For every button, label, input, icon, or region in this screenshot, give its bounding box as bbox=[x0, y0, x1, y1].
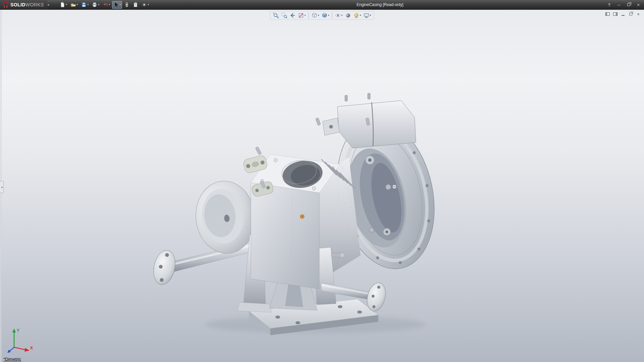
view-orientation-label: *Dimetric bbox=[3, 357, 21, 362]
selection-point-marker[interactable] bbox=[301, 215, 304, 219]
doc-close-button[interactable]: × bbox=[636, 12, 641, 16]
print-icon bbox=[92, 2, 97, 7]
section-view-button[interactable]: ▾ bbox=[297, 12, 307, 19]
axis-label-y: Y bbox=[17, 328, 19, 333]
dropdown-arrow[interactable]: ▾ bbox=[318, 14, 319, 17]
undo-button[interactable]: ▾ bbox=[101, 1, 111, 9]
pane-right-icon bbox=[613, 12, 618, 16]
options-button[interactable]: ▾ bbox=[140, 1, 150, 9]
axis-label-x: X bbox=[30, 346, 33, 350]
open-icon bbox=[70, 2, 76, 7]
edit-appearance-sphere-icon bbox=[345, 12, 351, 18]
options-gear-icon bbox=[142, 2, 147, 7]
display-style-icon bbox=[321, 12, 327, 18]
dropdown-arrow[interactable]: ▾ bbox=[341, 14, 343, 17]
dropdown-arrow[interactable]: ▾ bbox=[119, 3, 121, 6]
zoom-to-fit-button[interactable] bbox=[272, 12, 280, 19]
view-orientation-cube-icon bbox=[311, 12, 317, 18]
top-cover[interactable] bbox=[315, 93, 416, 148]
view-settings-monitor-icon bbox=[364, 12, 370, 18]
dropdown-arrow[interactable]: ▾ bbox=[76, 3, 78, 6]
orientation-triad: Y X bbox=[5, 326, 36, 353]
dropdown-arrow[interactable]: ▾ bbox=[304, 14, 306, 17]
doc-minimize-icon bbox=[622, 15, 625, 16]
document-window-controls: × bbox=[605, 12, 641, 16]
doc-minimize-button[interactable] bbox=[621, 12, 625, 16]
restore-button[interactable] bbox=[624, 2, 633, 8]
pane-left-button[interactable] bbox=[605, 12, 610, 16]
zoom-to-area-icon bbox=[281, 12, 287, 18]
undo-icon bbox=[103, 2, 108, 7]
new-document-button[interactable]: ▾ bbox=[58, 1, 68, 9]
close-button[interactable]: × bbox=[634, 2, 643, 8]
window-title: EngineCasing [Read-only] bbox=[357, 2, 403, 7]
display-style-button[interactable]: ▾ bbox=[320, 12, 330, 19]
previous-view-icon bbox=[289, 12, 296, 18]
feature-panel-collapse-tab[interactable]: ◂ bbox=[0, 181, 4, 193]
dropdown-arrow[interactable]: ▾ bbox=[109, 3, 110, 6]
titlebar: SOLIDWORKS ▸ ▾ ▾ ▾ bbox=[0, 0, 644, 10]
apply-scene-button[interactable]: ▾ bbox=[353, 12, 362, 19]
toolbar-separator bbox=[308, 12, 309, 18]
dropdown-arrow[interactable]: ▾ bbox=[328, 14, 329, 17]
file-properties-icon bbox=[133, 2, 138, 7]
print-button[interactable]: ▾ bbox=[91, 1, 101, 9]
dropdown-arrow[interactable]: ▾ bbox=[360, 14, 361, 17]
view-orientation-button[interactable]: ▾ bbox=[310, 12, 320, 19]
help-button[interactable]: ? bbox=[605, 2, 613, 8]
rebuild-button[interactable] bbox=[123, 1, 131, 9]
hide-show-eye-icon bbox=[335, 12, 341, 18]
restore-icon bbox=[627, 3, 630, 6]
solidworks-logo: SOLIDWORKS bbox=[0, 0, 47, 9]
select-tool-button[interactable]: ▾ bbox=[112, 1, 122, 9]
zoom-to-fit-icon bbox=[273, 12, 279, 18]
engine-casing-model[interactable] bbox=[0, 0, 644, 362]
open-button[interactable]: ▾ bbox=[69, 1, 79, 9]
pane-left-icon bbox=[605, 12, 610, 16]
hide-show-items-button[interactable]: ▾ bbox=[334, 12, 344, 19]
previous-view-button[interactable] bbox=[288, 12, 297, 19]
dropdown-arrow[interactable]: ▾ bbox=[370, 14, 371, 17]
solidworks-logo-icon bbox=[3, 2, 9, 8]
toolbar-separator bbox=[332, 12, 332, 18]
dropdown-arrow[interactable]: ▾ bbox=[148, 3, 149, 6]
save-icon bbox=[81, 2, 87, 7]
rebuild-icon bbox=[124, 2, 129, 7]
dropdown-arrow[interactable]: ▾ bbox=[87, 3, 89, 6]
apply-scene-icon bbox=[354, 12, 360, 18]
section-view-icon bbox=[298, 12, 304, 18]
minimize-button[interactable]: – bbox=[614, 2, 623, 8]
new-document-icon bbox=[60, 2, 65, 7]
left-engine-mount-shaft[interactable] bbox=[151, 242, 259, 287]
window-controls: ? – × bbox=[605, 0, 643, 9]
file-properties-button[interactable] bbox=[131, 1, 140, 9]
dropdown-arrow[interactable]: ▾ bbox=[98, 3, 99, 6]
select-cursor-icon bbox=[113, 2, 119, 7]
dropdown-arrow[interactable]: ▾ bbox=[66, 3, 67, 6]
pane-right-button[interactable] bbox=[613, 12, 618, 16]
main-toolbar: ▾ ▾ ▾ ▾ ▾ bbox=[58, 1, 151, 9]
zoom-to-area-button[interactable] bbox=[280, 12, 288, 19]
view-settings-button[interactable]: ▾ bbox=[363, 12, 372, 19]
edit-appearance-button[interactable] bbox=[344, 12, 352, 19]
doc-restore-button[interactable] bbox=[628, 12, 633, 16]
doc-restore-icon bbox=[629, 13, 632, 15]
brand-text: SOLIDWORKS bbox=[10, 2, 44, 7]
heads-up-view-toolbar: ▾ ▾ ▾ ▾ bbox=[270, 11, 374, 20]
save-button[interactable]: ▾ bbox=[80, 1, 90, 9]
toolbar-collapse-chevron[interactable]: ▸ bbox=[48, 3, 50, 6]
stud-bolt[interactable] bbox=[255, 146, 262, 155]
